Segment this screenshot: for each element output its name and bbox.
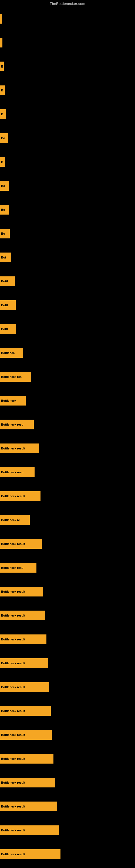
bar-2 [0, 38, 2, 48]
bar-label-13: Bottl [1, 304, 9, 307]
bar-row-14: Bottl [0, 317, 135, 341]
bar-9: Bo [0, 205, 9, 215]
bar-row-25: Bottleneck result [0, 580, 135, 603]
bar-label-26: Bottleneck result [1, 614, 26, 617]
bar-row-9: Bo [0, 198, 135, 222]
bar-label-5: B [1, 113, 4, 116]
site-title: TheBottlenecker.com [0, 0, 135, 7]
bar-14: Bottl [0, 324, 16, 334]
bar-22: Bottleneck re [0, 515, 30, 525]
bar-row-36: Bottleneck result [0, 842, 135, 866]
bar-row-4: B [0, 79, 135, 102]
bar-row-7: B [0, 150, 135, 174]
bar-20: Bottleneck resu [0, 467, 35, 477]
bar-36: Bottleneck result [0, 849, 60, 859]
bar-label-6: Bo [1, 136, 6, 140]
bar-row-30: Bottleneck result [0, 699, 135, 723]
bar-label-17: Bottleneck [1, 399, 17, 402]
bar-row-10: Bo [0, 222, 135, 246]
bar-row-31: Bottleneck result [0, 723, 135, 747]
bar-10: Bo [0, 229, 10, 239]
bar-11: Bot [0, 252, 11, 262]
bar-row-29: Bottleneck result [0, 675, 135, 699]
bar-label-9: Bo [1, 208, 6, 211]
bar-row-22: Bottleneck re [0, 508, 135, 532]
bar-5: B [0, 109, 6, 119]
bars-container: EBBBoBBoBoBoBotBottlBottlBottlBottlenecB… [0, 7, 135, 866]
bar-30: Bottleneck result [0, 706, 51, 716]
bar-28: Bottleneck result [0, 658, 48, 668]
bar-label-25: Bottleneck result [1, 590, 26, 593]
bar-21: Bottleneck result [0, 491, 41, 501]
bar-row-8: Bo [0, 174, 135, 198]
bar-label-12: Bottl [1, 280, 9, 283]
bar-row-3: E [0, 55, 135, 79]
bar-row-16: Bottleneck res [0, 365, 135, 389]
bar-19: Bottleneck result [0, 443, 39, 453]
bar-row-19: Bottleneck result [0, 436, 135, 460]
bar-label-14: Bottl [1, 328, 9, 331]
bar-row-23: Bottleneck result [0, 532, 135, 556]
bar-row-21: Bottleneck result [0, 484, 135, 508]
bar-row-33: Bottleneck result [0, 771, 135, 795]
bar-label-15: Bottlenec [1, 351, 16, 354]
bar-row-34: Bottleneck result [0, 795, 135, 818]
bar-17: Bottleneck [0, 396, 26, 405]
bar-8: Bo [0, 181, 9, 191]
bar-label-21: Bottleneck result [1, 495, 26, 498]
bar-6: Bo [0, 133, 8, 143]
bar-label-23: Bottleneck result [1, 542, 26, 546]
bar-label-34: Bottleneck result [1, 805, 26, 808]
bar-15: Bottlenec [0, 348, 23, 358]
bar-3: E [0, 62, 4, 71]
bar-label-33: Bottleneck result [1, 781, 26, 784]
bar-label-4: B [1, 89, 4, 92]
bar-row-1 [0, 7, 135, 31]
bar-label-32: Bottleneck result [1, 757, 26, 760]
bar-row-5: B [0, 102, 135, 126]
bar-4: B [0, 86, 5, 95]
bar-label-22: Bottleneck re [1, 518, 21, 522]
bar-row-17: Bottleneck [0, 389, 135, 412]
bar-34: Bottleneck result [0, 802, 57, 811]
bar-row-2 [0, 31, 135, 55]
bar-label-8: Bo [1, 184, 6, 187]
bar-row-35: Bottleneck result [0, 818, 135, 842]
bar-row-32: Bottleneck result [0, 747, 135, 771]
bar-row-12: Bottl [0, 269, 135, 293]
bar-label-31: Bottleneck result [1, 733, 26, 737]
bar-row-18: Bottleneck resu [0, 412, 135, 436]
bar-label-7: B [1, 160, 4, 163]
bar-row-24: Bottleneck resu [0, 556, 135, 580]
bar-row-28: Bottleneck result [0, 651, 135, 675]
bar-12: Bottl [0, 276, 15, 286]
bar-7: B [0, 157, 5, 167]
bar-23: Bottleneck result [0, 539, 42, 549]
bar-18: Bottleneck resu [0, 420, 34, 429]
bar-label-35: Bottleneck result [1, 829, 26, 832]
bar-label-10: Bo [1, 232, 6, 235]
bar-33: Bottleneck result [0, 778, 55, 787]
bar-26: Bottleneck result [0, 611, 45, 620]
bar-label-36: Bottleneck result [1, 852, 26, 856]
bar-32: Bottleneck result [0, 754, 53, 764]
bar-24: Bottleneck resu [0, 563, 37, 572]
bar-16: Bottleneck res [0, 372, 31, 382]
bar-label-30: Bottleneck result [1, 709, 26, 713]
bar-label-27: Bottleneck result [1, 638, 26, 641]
bar-label-11: Bot [1, 256, 7, 259]
bar-1 [0, 14, 2, 24]
bar-13: Bottl [0, 300, 16, 310]
bar-row-6: Bo [0, 126, 135, 150]
bar-29: Bottleneck result [0, 682, 49, 692]
bar-row-13: Bottl [0, 293, 135, 317]
bar-label-16: Bottleneck res [1, 375, 23, 378]
bar-31: Bottleneck result [0, 730, 52, 740]
bar-35: Bottleneck result [0, 826, 59, 835]
bar-label-18: Bottleneck resu [1, 423, 25, 426]
bar-row-15: Bottlenec [0, 341, 135, 365]
bar-label-28: Bottleneck result [1, 661, 26, 665]
bar-label-20: Bottleneck resu [1, 471, 25, 474]
bar-label-29: Bottleneck result [1, 685, 26, 689]
bar-row-20: Bottleneck resu [0, 460, 135, 484]
